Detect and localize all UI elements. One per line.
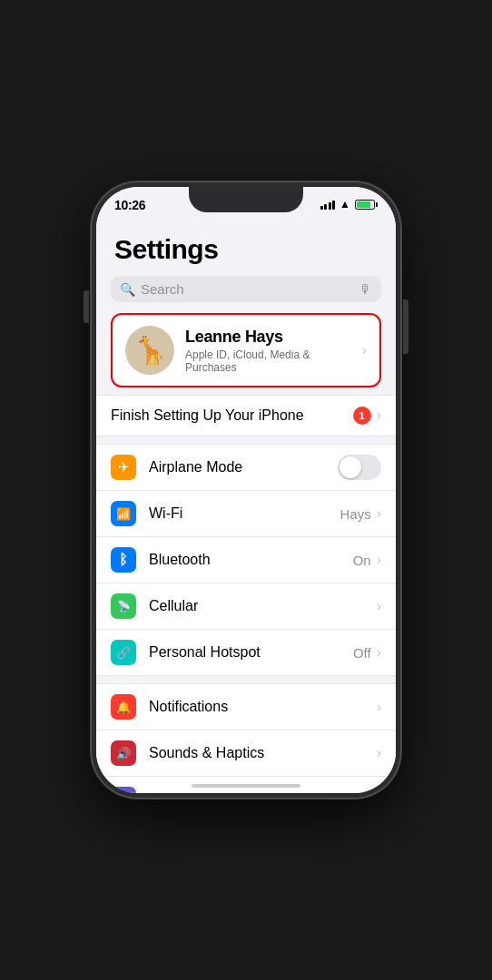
status-icons: ▲ xyxy=(320,198,378,211)
hotspot-chevron-icon: › xyxy=(377,644,381,661)
wifi-status-icon: ▲ xyxy=(339,198,350,211)
notifications-chevron-icon: › xyxy=(377,699,381,715)
wifi-label: Wi-Fi xyxy=(149,505,339,522)
bluetooth-label: Bluetooth xyxy=(149,552,353,568)
sounds-icon: 🔊 xyxy=(111,740,136,766)
home-indicator xyxy=(192,784,300,788)
airplane-mode-toggle[interactable] xyxy=(338,455,381,480)
list-item[interactable]: 🔔 Notifications › xyxy=(96,684,396,730)
cellular-label: Cellular xyxy=(149,598,377,614)
profile-subtitle: Apple ID, iCloud, Media & Purchases xyxy=(185,348,351,374)
settings-header: Settings xyxy=(96,227,396,270)
profile-row[interactable]: 🦒 Leanne Hays Apple ID, iCloud, Media & … xyxy=(111,313,381,387)
airplane-mode-label: Airplane Mode xyxy=(149,459,338,475)
profile-chevron-icon: › xyxy=(362,342,367,358)
wifi-value: Hays xyxy=(339,506,370,522)
list-item[interactable]: 🔊 Sounds & Haptics › xyxy=(96,730,396,777)
setup-badge: 1 xyxy=(353,407,371,425)
bluetooth-value: On xyxy=(353,553,371,568)
toggle-knob xyxy=(339,456,361,478)
list-item[interactable]: 🔗 Personal Hotspot Off › xyxy=(96,630,396,675)
setup-label: Finish Setting Up Your iPhone xyxy=(111,407,353,424)
notch xyxy=(189,187,303,212)
list-item[interactable]: ᛒ Bluetooth On › xyxy=(96,537,396,583)
sounds-label: Sounds & Haptics xyxy=(149,745,377,761)
airplane-mode-icon: ✈ xyxy=(111,455,136,480)
battery-icon xyxy=(355,200,378,210)
list-item[interactable]: 📡 Cellular › xyxy=(96,583,396,630)
sounds-chevron-icon: › xyxy=(377,745,381,761)
notifications-label: Notifications xyxy=(149,699,377,715)
list-item[interactable]: 📶 Wi-Fi Hays › xyxy=(96,491,396,537)
hotspot-value: Off xyxy=(353,645,371,661)
notifications-icon: 🔔 xyxy=(111,694,136,720)
dnd-label: Do Not Disturb xyxy=(149,791,377,793)
hotspot-icon: 🔗 xyxy=(111,640,136,665)
wifi-icon: 📶 xyxy=(111,501,136,526)
search-icon: 🔍 xyxy=(120,282,135,297)
dnd-icon: 🌙 xyxy=(111,787,136,793)
notifications-group: 🔔 Notifications › 🔊 Sounds & Haptics › 🌙… xyxy=(96,683,396,793)
microphone-icon[interactable]: 🎙 xyxy=(359,282,372,297)
dnd-chevron-icon: › xyxy=(377,791,381,793)
status-time: 10:26 xyxy=(114,198,145,212)
list-item[interactable]: ✈ Airplane Mode xyxy=(96,445,396,491)
page-title: Settings xyxy=(114,234,378,265)
setup-chevron-icon: › xyxy=(377,407,381,424)
setup-row[interactable]: Finish Setting Up Your iPhone 1 › xyxy=(96,396,396,436)
setup-group: Finish Setting Up Your iPhone 1 › xyxy=(96,395,396,436)
bluetooth-chevron-icon: › xyxy=(377,552,381,568)
avatar: 🦒 xyxy=(125,326,174,375)
phone-screen: 10:26 ▲ Setti xyxy=(96,187,396,793)
connectivity-group: ✈ Airplane Mode 📶 Wi-Fi Hays › ᛒ Bluet xyxy=(96,444,396,676)
hotspot-label: Personal Hotspot xyxy=(149,644,353,661)
search-input[interactable]: Search xyxy=(141,281,354,297)
cellular-icon: 📡 xyxy=(111,593,136,619)
settings-scroll-content[interactable]: Settings 🔍 Search 🎙 🦒 Leanne Hays Apple … xyxy=(96,227,396,793)
search-bar[interactable]: 🔍 Search 🎙 xyxy=(111,276,381,302)
profile-name: Leanne Hays xyxy=(185,328,351,347)
wifi-chevron-icon: › xyxy=(377,505,381,522)
phone-frame: 10:26 ▲ Setti xyxy=(91,181,401,799)
bluetooth-icon: ᛒ xyxy=(111,547,136,573)
signal-icon xyxy=(320,199,336,210)
cellular-chevron-icon: › xyxy=(377,598,381,614)
profile-info: Leanne Hays Apple ID, iCloud, Media & Pu… xyxy=(185,328,351,374)
